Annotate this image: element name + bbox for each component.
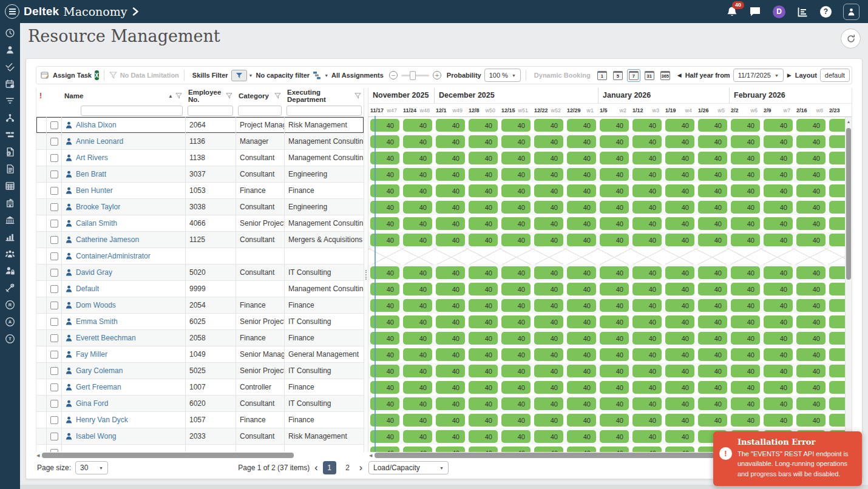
booking-cell[interactable]: 40 <box>632 332 662 345</box>
sidebar-item-bank[interactable] <box>5 214 16 225</box>
booking-cell[interactable]: 40 <box>665 152 694 164</box>
filter-icon[interactable] <box>175 93 182 99</box>
booking-cell[interactable]: 40 <box>796 315 826 328</box>
employee-name-link[interactable]: Gary Coleman <box>76 366 123 375</box>
booking-cell[interactable]: 40 <box>632 266 662 279</box>
booking-cell[interactable]: 40 <box>731 348 760 361</box>
booking-cell[interactable]: 40 <box>600 283 629 295</box>
assistant-icon[interactable]: D <box>773 5 785 18</box>
notifications-bell-icon[interactable]: 40 <box>727 6 737 18</box>
sidebar-item-access-lock[interactable] <box>5 265 16 276</box>
booking-cell[interactable]: 40 <box>567 332 596 345</box>
booking-cell[interactable]: 40 <box>403 184 432 197</box>
booking-cell[interactable]: 40 <box>796 332 826 345</box>
scroll-left-arrow[interactable]: ◀ <box>36 453 39 458</box>
booking-cell[interactable]: 40 <box>567 381 596 394</box>
booking-cell[interactable]: 40 <box>403 299 432 312</box>
booking-cell[interactable]: 40 <box>469 217 498 230</box>
row-checkbox[interactable] <box>50 154 58 162</box>
booking-cell[interactable]: 40 <box>764 283 793 295</box>
employee-row[interactable]: Art Rivers1138ConsultantManagement Consu… <box>36 150 364 166</box>
booking-cell[interactable]: 40 <box>731 397 760 410</box>
employee-name-link[interactable]: Dom Woods <box>76 301 116 309</box>
booking-cell[interactable]: 40 <box>567 430 596 443</box>
row-checkbox[interactable] <box>50 302 58 309</box>
booking-cell[interactable]: 40 <box>600 266 629 279</box>
analytics-icon[interactable] <box>797 7 809 17</box>
booking-cell[interactable]: 40 <box>731 234 760 246</box>
row-checkbox[interactable] <box>50 433 58 440</box>
booking-cell[interactable]: 40 <box>796 119 826 132</box>
booking-cell[interactable]: 40 <box>665 201 694 214</box>
booking-cell[interactable]: 40 <box>764 315 793 328</box>
booking-cell[interactable]: 40 <box>796 152 826 164</box>
employee-name-link[interactable]: Ben Bratt <box>76 170 106 178</box>
booking-cell[interactable]: 40 <box>403 119 432 132</box>
employee-name-link[interactable]: Gert Freeman <box>76 383 121 391</box>
booking-cell[interactable]: 40 <box>534 217 563 230</box>
booking-cell[interactable]: 40 <box>731 119 760 132</box>
period-select[interactable]: 11/17/2025▼ <box>733 69 784 82</box>
booking-cell[interactable]: 40 <box>665 332 694 345</box>
booking-cell[interactable]: 40 <box>469 135 498 148</box>
booking-cell[interactable]: 40 <box>731 365 760 377</box>
booking-cell[interactable]: 40 <box>764 184 793 197</box>
sidebar-item-employees[interactable] <box>5 44 16 55</box>
booking-cell[interactable]: 40 <box>534 119 563 132</box>
calendar-scale-365-button[interactable]: 365 <box>659 69 672 82</box>
booking-cell[interactable]: 40 <box>501 381 531 394</box>
booking-cell[interactable]: 40 <box>665 168 694 181</box>
booking-cell[interactable]: 40 <box>436 152 465 164</box>
booking-cell[interactable]: 40 <box>600 332 629 345</box>
booking-cell[interactable]: 40 <box>501 447 531 452</box>
booking-cell[interactable]: 40 <box>403 315 432 328</box>
employee-name-link[interactable]: Gina Ford <box>76 399 108 408</box>
booking-cell[interactable]: 40 <box>567 234 596 246</box>
booking-cell[interactable]: 40 <box>600 217 629 230</box>
page-2-button[interactable]: 2 <box>341 461 354 474</box>
employee-row[interactable] <box>36 445 364 452</box>
booking-cell[interactable]: 40 <box>469 201 498 214</box>
booking-cell[interactable]: 40 <box>469 430 498 443</box>
booking-cell[interactable]: 40 <box>567 184 596 197</box>
sidebar-item-document-transfer[interactable] <box>5 146 16 157</box>
booking-cell[interactable]: 40 <box>469 447 498 452</box>
booking-cell[interactable]: 40 <box>600 184 629 197</box>
booking-cell[interactable]: 40 <box>796 283 826 295</box>
page-1-button[interactable]: 1 <box>323 461 336 474</box>
calendar-scale-5-button[interactable]: 5 <box>611 69 625 82</box>
employee-row[interactable]: Isabel Wong2033ConsultantRisk Management <box>36 428 364 445</box>
booking-cell[interactable]: 40 <box>796 217 826 230</box>
booking-cell[interactable]: 40 <box>764 332 793 345</box>
booking-cell[interactable]: 40 <box>436 119 465 132</box>
booking-cell[interactable]: 40 <box>698 201 727 214</box>
booking-cell[interactable]: 40 <box>567 217 596 230</box>
sidebar-item-hierarchy[interactable] <box>5 112 16 123</box>
booking-cell[interactable]: 40 <box>501 315 531 328</box>
booking-cell[interactable]: 40 <box>632 397 662 410</box>
booking-cell[interactable]: 40 <box>796 381 826 394</box>
employee-name-link[interactable]: Art Rivers <box>76 153 108 162</box>
booking-cell[interactable]: 40 <box>436 447 465 452</box>
grid-horizontal-scrollbar[interactable]: ◀ <box>36 453 364 459</box>
employee-name-link[interactable]: Default <box>76 285 99 293</box>
employee-row[interactable]: Henry Van Dyck1057FinanceFinance <box>36 412 364 428</box>
booking-cell[interactable]: 40 <box>731 184 760 197</box>
employee-row[interactable]: Ben Bratt3037ConsultantEngineering <box>36 166 364 183</box>
employee-row[interactable]: Gina Ford6020ConsultantIT Consulting <box>36 396 364 412</box>
booking-cell[interactable]: 40 <box>501 266 531 279</box>
booking-cell[interactable]: 40 <box>436 283 465 295</box>
booking-cell[interactable]: 40 <box>665 315 694 328</box>
booking-cell[interactable]: 40 <box>764 201 793 214</box>
booking-cell[interactable]: 40 <box>698 152 727 164</box>
employee-row[interactable]: Alisha Dixon2064Project ManagerRisk Mana… <box>36 117 364 133</box>
employee-row[interactable]: Catherine Jameson1125ConsultantMergers &… <box>36 232 364 248</box>
row-checkbox[interactable] <box>50 269 58 277</box>
booking-cell[interactable]: 40 <box>501 299 531 312</box>
booking-cell[interactable]: 40 <box>469 266 498 279</box>
booking-cell[interactable]: 40 <box>665 447 694 452</box>
booking-cell[interactable]: 40 <box>731 381 760 394</box>
booking-cell[interactable]: 40 <box>567 447 596 452</box>
booking-cell[interactable]: 40 <box>764 397 793 410</box>
booking-cell[interactable]: 40 <box>501 184 531 197</box>
